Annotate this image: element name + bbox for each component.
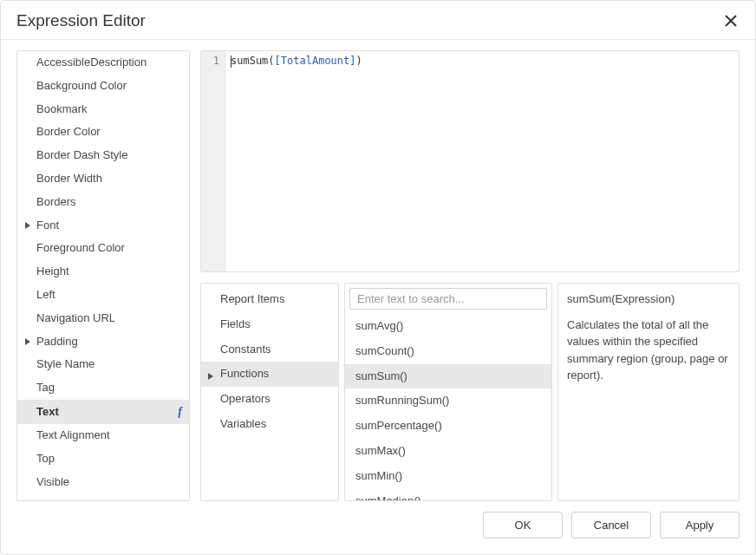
search-input[interactable] xyxy=(349,288,547,310)
property-item[interactable]: Bookmark xyxy=(17,98,189,121)
category-item[interactable]: Report Items xyxy=(201,287,338,312)
function-item[interactable]: sumMin() xyxy=(345,464,551,489)
property-label: Font xyxy=(36,217,59,235)
dialog-title: Expression Editor xyxy=(16,11,146,30)
property-label: Visible xyxy=(36,473,69,492)
apply-button[interactable]: Apply xyxy=(660,512,740,539)
caret-right-icon xyxy=(24,338,31,345)
property-item[interactable]: Left xyxy=(17,284,189,307)
svg-marker-4 xyxy=(208,373,213,380)
category-item[interactable]: Functions xyxy=(201,362,338,387)
property-item[interactable]: Foreground Color xyxy=(17,237,189,260)
close-icon xyxy=(725,15,737,27)
property-label: Border Color xyxy=(36,123,101,141)
category-label: Operators xyxy=(220,392,270,405)
footer: OK Cancel Apply xyxy=(1,501,755,554)
ok-button[interactable]: OK xyxy=(483,512,563,539)
property-item[interactable]: Width xyxy=(17,494,189,501)
property-item[interactable]: Text Alignment xyxy=(17,424,189,447)
property-item[interactable]: Border Width xyxy=(17,167,189,191)
function-item[interactable]: sumMedian() xyxy=(345,489,551,500)
property-label: Left xyxy=(36,286,55,304)
search-wrap xyxy=(345,284,551,314)
function-item[interactable]: sumMax() xyxy=(345,439,551,464)
code-suffix: ) xyxy=(356,55,362,67)
svg-marker-3 xyxy=(25,338,30,345)
titlebar: Expression Editor xyxy=(1,1,755,40)
property-label: Text xyxy=(36,403,59,421)
property-label: Bookmark xyxy=(36,101,88,119)
category-label: Fields xyxy=(220,317,251,330)
property-label: Foreground Color xyxy=(36,239,125,258)
property-label: AccessibleDescription xyxy=(36,54,147,72)
dialog-body: AccessibleDescriptionBackground ColorBoo… xyxy=(1,40,755,501)
function-item[interactable]: sumPercentage() xyxy=(345,414,551,439)
property-label: Navigation URL xyxy=(36,310,115,328)
description-text: Calculates the total of all the values w… xyxy=(567,317,730,384)
category-label: Variables xyxy=(220,417,266,430)
fx-icon: f xyxy=(178,402,182,421)
code-content[interactable]: sumSum([TotalAmount]) xyxy=(225,51,368,271)
property-label: Borders xyxy=(36,193,76,212)
category-label: Functions xyxy=(220,367,269,380)
function-list[interactable]: sumAvg()sumCount()sumSum()sumRunningSum(… xyxy=(345,314,551,500)
property-list[interactable]: AccessibleDescriptionBackground ColorBoo… xyxy=(16,50,190,501)
property-item[interactable]: Font xyxy=(17,214,189,238)
property-item[interactable]: Top xyxy=(17,447,189,471)
property-label: Top xyxy=(36,450,55,468)
property-label: Text Alignment xyxy=(36,427,110,445)
code-fn: sumSum( xyxy=(231,55,275,67)
function-panel: sumAvg()sumCount()sumSum()sumRunningSum(… xyxy=(344,283,552,501)
function-item[interactable]: sumAvg() xyxy=(345,314,551,339)
caret-right-icon xyxy=(24,222,31,229)
svg-marker-2 xyxy=(25,222,30,229)
property-item[interactable]: Visible xyxy=(17,471,189,494)
property-item[interactable]: Tag xyxy=(17,376,189,400)
property-label: Border Dash Style xyxy=(36,147,128,165)
property-label: Height xyxy=(36,263,69,281)
close-button[interactable] xyxy=(722,12,740,29)
lower-panels: Report ItemsFieldsConstantsFunctionsOper… xyxy=(200,283,740,501)
property-item[interactable]: Height xyxy=(17,260,189,284)
property-label: Tag xyxy=(36,379,55,397)
description-panel: sumSum(Expression) Calculates the total … xyxy=(557,283,740,501)
category-item[interactable]: Fields xyxy=(201,312,338,337)
right-panel: 1 sumSum([TotalAmount]) Report ItemsFiel… xyxy=(200,50,740,501)
property-label: Style Name xyxy=(36,356,94,374)
category-label: Report Items xyxy=(220,292,284,305)
property-item[interactable]: Border Color xyxy=(17,121,189,144)
property-label: Border Width xyxy=(36,170,102,188)
function-item[interactable]: sumCount() xyxy=(345,339,551,364)
category-item[interactable]: Constants xyxy=(201,337,338,362)
function-item[interactable]: sumRunningSum() xyxy=(345,388,551,414)
property-label: Padding xyxy=(36,333,78,351)
property-item[interactable]: Border Dash Style xyxy=(17,144,189,167)
description-signature: sumSum(Expression) xyxy=(567,291,730,308)
property-item[interactable]: Padding xyxy=(17,330,189,354)
property-item[interactable]: Borders xyxy=(17,191,189,214)
property-label: Background Color xyxy=(36,77,127,95)
function-item[interactable]: sumSum() xyxy=(345,364,551,389)
property-item[interactable]: AccessibleDescription xyxy=(17,51,189,75)
category-list[interactable]: Report ItemsFieldsConstantsFunctionsOper… xyxy=(200,283,339,501)
code-editor[interactable]: 1 sumSum([TotalAmount]) xyxy=(200,50,740,272)
caret-right-icon xyxy=(208,368,213,386)
cancel-button[interactable]: Cancel xyxy=(571,512,651,539)
property-item[interactable]: Navigation URL xyxy=(17,307,189,330)
property-item[interactable]: Background Color xyxy=(17,75,189,98)
category-label: Constants xyxy=(220,343,271,356)
line-gutter: 1 xyxy=(201,51,225,271)
line-number: 1 xyxy=(201,55,219,67)
property-item[interactable]: Textf xyxy=(17,400,189,424)
code-field: [TotalAmount] xyxy=(275,55,356,67)
category-item[interactable]: Variables xyxy=(201,412,338,437)
expression-editor-dialog: Expression Editor AccessibleDescriptionB… xyxy=(0,0,756,555)
category-item[interactable]: Operators xyxy=(201,387,338,412)
property-item[interactable]: Style Name xyxy=(17,353,189,376)
